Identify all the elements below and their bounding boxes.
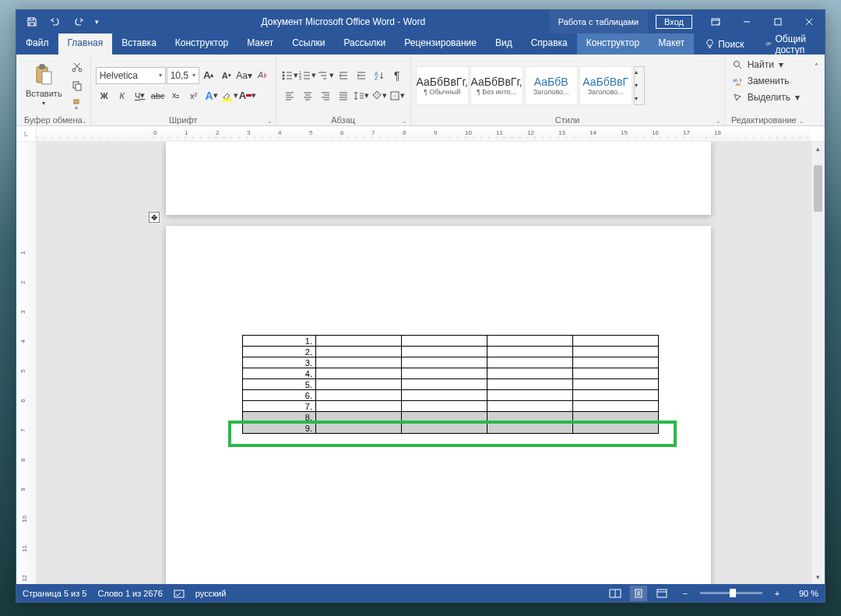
font-name-combo[interactable]: Helvetica▾ [96, 67, 166, 84]
tab-layout[interactable]: Макет [238, 33, 283, 55]
read-mode-button[interactable] [607, 586, 624, 601]
subscript-button[interactable]: x₂ [167, 87, 185, 104]
table-cell[interactable] [573, 336, 659, 347]
web-layout-button[interactable] [653, 586, 670, 601]
table-cell[interactable] [573, 357, 659, 368]
line-spacing-button[interactable]: ▾ [353, 87, 370, 104]
change-case-button[interactable]: Aa▾ [236, 67, 253, 84]
table-cell[interactable] [402, 390, 487, 401]
table-cell[interactable]: 6. [243, 390, 316, 401]
ruler-corner[interactable]: L [16, 126, 37, 141]
table-cell[interactable] [402, 357, 487, 368]
scroll-down-button[interactable]: ▾ [811, 570, 825, 584]
table-cell[interactable] [402, 368, 487, 379]
scroll-thumb[interactable] [814, 165, 822, 212]
style-heading2[interactable]: АаБбВвГЗаголово... [579, 66, 632, 105]
zoom-level[interactable]: 90 % [792, 589, 818, 598]
tab-mailings[interactable]: Рассылки [334, 33, 395, 55]
table-cell[interactable] [573, 379, 659, 390]
table-cell[interactable] [487, 412, 573, 423]
vertical-ruler[interactable]: 1234567891011121314 [16, 142, 37, 584]
table-row[interactable]: 8. [243, 412, 659, 423]
page-status[interactable]: Страница 5 из 5 [23, 589, 86, 598]
table-cell[interactable] [316, 412, 402, 423]
tab-insert[interactable]: Вставка [112, 33, 166, 55]
format-painter-button[interactable] [69, 96, 86, 113]
page-current[interactable]: ✥ 1.2.3.4.5.6.7.8.9. [166, 226, 711, 584]
table-cell[interactable] [487, 390, 573, 401]
table-cell[interactable] [402, 401, 487, 412]
table-cell[interactable] [402, 412, 487, 423]
horizontal-ruler[interactable]: 0123456789101112131415161718 [37, 126, 811, 141]
table-cell[interactable]: 4. [243, 368, 316, 379]
table-cell[interactable] [316, 401, 402, 412]
zoom-slider-handle[interactable] [730, 589, 736, 597]
redo-button[interactable] [68, 11, 90, 33]
vertical-scrollbar[interactable]: ▴ ▾ [811, 142, 825, 584]
style-normal[interactable]: АаБбВвГг,¶ Обычный [416, 66, 469, 105]
table-cell[interactable] [487, 347, 573, 357]
table-cell[interactable]: 8. [243, 412, 316, 423]
table-row[interactable]: 5. [243, 379, 659, 390]
table-row[interactable]: 3. [243, 357, 659, 368]
text-effects-button[interactable]: A▾ [203, 87, 220, 104]
document-area[interactable]: ✥ 1.2.3.4.5.6.7.8.9. [37, 142, 811, 584]
find-button[interactable]: Найти ▾ [730, 57, 803, 72]
replace-button[interactable]: abacЗаменить [730, 73, 803, 89]
print-layout-button[interactable] [630, 586, 647, 601]
undo-button[interactable] [44, 11, 66, 33]
table-cell[interactable]: 5. [243, 379, 316, 390]
table-row[interactable]: 1. [243, 336, 659, 347]
tab-design[interactable]: Конструктор [166, 33, 238, 55]
table-cell[interactable] [402, 336, 487, 347]
grow-font-button[interactable]: A▴ [200, 67, 217, 84]
table-cell[interactable] [316, 357, 402, 368]
select-button[interactable]: Выделить ▾ [730, 90, 803, 105]
table-cell[interactable] [402, 347, 487, 357]
table-cell[interactable] [487, 423, 573, 434]
table-cell[interactable] [402, 379, 487, 390]
copy-button[interactable] [69, 77, 86, 94]
language-status[interactable]: русский [195, 589, 226, 598]
tab-view[interactable]: Вид [486, 33, 522, 55]
style-no-spacing[interactable]: АаБбВвГг,¶ Без инте... [470, 66, 523, 105]
ribbon-display-options[interactable] [700, 10, 731, 33]
table-cell[interactable] [487, 401, 573, 412]
sort-button[interactable]: AZ [371, 67, 388, 84]
tab-file[interactable]: Файл [16, 33, 58, 55]
table-cell[interactable] [573, 423, 659, 434]
close-button[interactable] [793, 10, 825, 33]
table-cell[interactable] [487, 368, 573, 379]
tab-table-layout[interactable]: Макет [649, 33, 694, 55]
strikethrough-button[interactable]: abc [150, 87, 167, 104]
justify-button[interactable] [335, 87, 352, 104]
align-left-button[interactable] [281, 87, 298, 104]
zoom-slider[interactable] [700, 592, 762, 594]
table-cell[interactable] [573, 401, 659, 412]
share-button[interactable]: Общий доступ [755, 33, 825, 55]
tell-me-search[interactable]: Поиск [694, 33, 755, 55]
italic-button[interactable]: К [114, 87, 131, 104]
tab-review[interactable]: Рецензирование [395, 33, 486, 55]
table-cell[interactable] [487, 379, 573, 390]
table-move-handle[interactable]: ✥ [149, 212, 160, 223]
save-button[interactable] [21, 11, 43, 33]
tab-help[interactable]: Справка [522, 33, 577, 55]
multilevel-list-button[interactable]: ▾ [317, 67, 334, 84]
underline-button[interactable]: Ч▾ [132, 87, 149, 104]
minimize-button[interactable] [731, 10, 762, 33]
table-row[interactable]: 9. [243, 423, 659, 434]
table-cell[interactable]: 9. [243, 423, 316, 434]
borders-button[interactable]: ▾ [389, 87, 406, 104]
maximize-button[interactable] [762, 10, 793, 33]
table-cell[interactable] [316, 347, 402, 357]
table-cell[interactable] [316, 336, 402, 347]
qat-customize[interactable]: ▾ [91, 11, 102, 33]
align-right-button[interactable] [317, 87, 334, 104]
table-cell[interactable] [316, 390, 402, 401]
tab-home[interactable]: Главная [58, 33, 113, 55]
style-heading1[interactable]: АаБбВЗаголово... [525, 66, 578, 105]
spellcheck-status[interactable] [174, 588, 185, 599]
zoom-out-button[interactable]: − [677, 586, 694, 601]
table-row[interactable]: 6. [243, 390, 659, 401]
